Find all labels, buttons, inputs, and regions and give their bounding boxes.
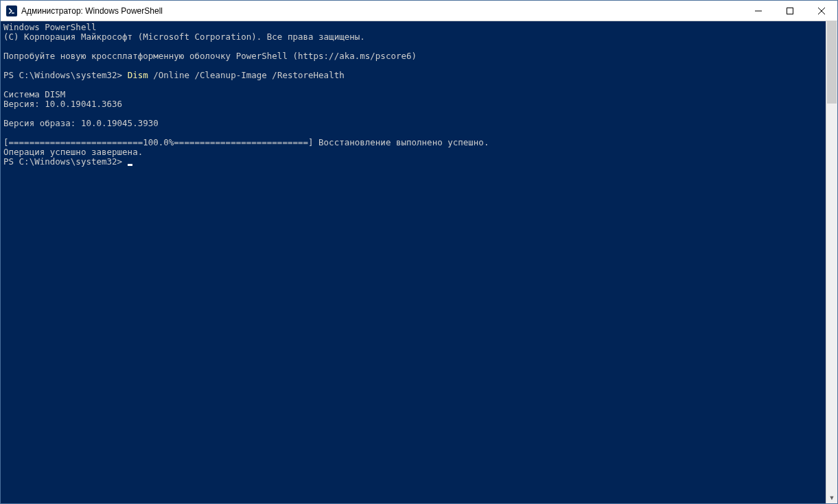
window-controls	[743, 1, 837, 21]
svg-rect-1	[787, 8, 793, 14]
maximize-button[interactable]	[774, 1, 806, 21]
close-button[interactable]	[806, 1, 837, 21]
line-dism-version: Версия: 10.0.19041.3636	[3, 99, 122, 109]
line-app-name: Windows PowerShell	[3, 22, 96, 32]
minimize-icon	[755, 8, 762, 14]
line-progress: [==========================100.0%=======…	[3, 137, 489, 147]
minimize-button[interactable]	[743, 1, 774, 21]
scrollbar-thumb[interactable]	[827, 21, 837, 104]
prompt-1-prefix: PS C:\Windows\system32>	[3, 70, 128, 80]
vertical-scrollbar[interactable]: ▲ ▼	[826, 21, 837, 503]
line-copyright: (C) Корпорация Майкрософт (Microsoft Cor…	[3, 32, 365, 42]
powershell-icon	[6, 5, 17, 16]
prompt-1-command: Dism	[128, 70, 148, 80]
prompt-1-args: /Online /Cleanup-Image /RestoreHealth	[148, 70, 345, 80]
line-try-pscore: Попробуйте новую кроссплатформенную обол…	[3, 51, 417, 61]
line-image-version: Версия образа: 10.0.19045.3930	[3, 118, 159, 128]
close-icon	[818, 8, 825, 14]
cursor	[128, 164, 132, 166]
client-area: Windows PowerShell (C) Корпорация Майкро…	[1, 21, 837, 503]
window-title: Администратор: Windows PowerShell	[21, 6, 163, 16]
scroll-down-arrow-icon[interactable]: ▼	[826, 492, 837, 503]
terminal-output[interactable]: Windows PowerShell (C) Корпорация Майкро…	[1, 21, 826, 503]
maximize-icon	[787, 8, 793, 14]
prompt-2: PS C:\Windows\system32>	[3, 156, 128, 167]
line-operation-done: Операция успешно завершена.	[3, 147, 143, 157]
titlebar[interactable]: Администратор: Windows PowerShell	[1, 1, 837, 21]
powershell-window: Администратор: Windows PowerShell Window…	[0, 0, 838, 504]
line-dism-system: Cистема DISM	[3, 89, 65, 99]
